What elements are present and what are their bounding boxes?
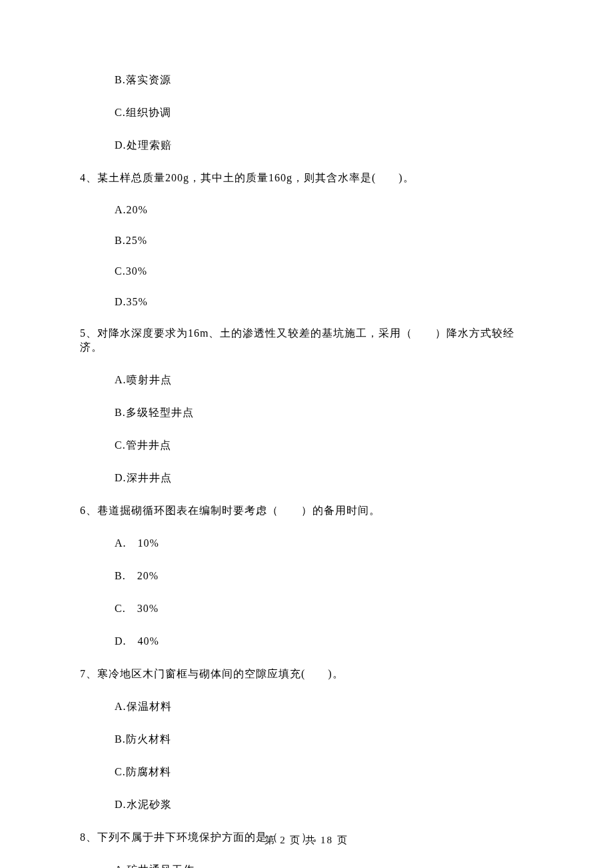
option-item: B. 20% xyxy=(80,569,533,583)
question-7: 7、寒冷地区木门窗框与砌体间的空隙应填充( )。 xyxy=(80,667,533,681)
option-item: A. 10% xyxy=(80,537,533,551)
question-5: 5、对降水深度要求为16m、土的渗透性又较差的基坑施工，采用（ ）降水方式较经济… xyxy=(80,327,533,355)
option-item: C. 30% xyxy=(80,602,533,616)
option-item: A.矿井通风工作 xyxy=(80,863,533,868)
option-item: D.深井井点 xyxy=(80,471,533,485)
option-item: A.保温材料 xyxy=(80,700,533,714)
option-item: B.多级轻型井点 xyxy=(80,406,533,420)
option-item: A.20% xyxy=(80,204,533,216)
option-item: A.喷射井点 xyxy=(80,373,533,387)
option-item: B.防火材料 xyxy=(80,733,533,747)
option-item: D. 40% xyxy=(80,635,533,649)
question-4: 4、某土样总质量200g，其中土的质量160g，则其含水率是( )。 xyxy=(80,171,533,185)
option-item: C.防腐材料 xyxy=(80,765,533,779)
page-content: B.落实资源 C.组织协调 D.处理索赔 4、某土样总质量200g，其中土的质量… xyxy=(0,0,613,868)
option-item: C.30% xyxy=(80,265,533,277)
option-item: C.管井井点 xyxy=(80,439,533,453)
page-footer: 第 2 页 共 18 页 xyxy=(0,834,613,847)
option-item: C.组织协调 xyxy=(80,106,533,120)
option-item: D.水泥砂浆 xyxy=(80,798,533,812)
question-6: 6、巷道掘砌循环图表在编制时要考虑（ ）的备用时间。 xyxy=(80,504,533,518)
option-item: D.35% xyxy=(80,296,533,308)
option-item: B.落实资源 xyxy=(80,73,533,87)
option-item: D.处理索赔 xyxy=(80,139,533,153)
option-item: B.25% xyxy=(80,235,533,247)
